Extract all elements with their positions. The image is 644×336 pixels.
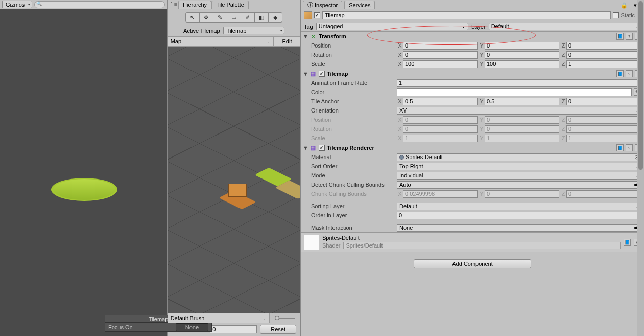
color-field[interactable] [397, 88, 632, 96]
layer-dropdown[interactable]: Default [489, 23, 641, 30]
scrollbar-thumb[interactable] [638, 1, 643, 170]
add-component-button[interactable]: Add Component [414, 259, 531, 268]
help-icon[interactable]: ? [626, 144, 633, 151]
position-y[interactable] [485, 42, 559, 50]
add-component-row: Add Component [301, 252, 644, 276]
fold-icon[interactable]: ▼ [303, 34, 307, 39]
sorting-layer-dropdown[interactable]: Default [397, 203, 641, 210]
inspector-scrollbar[interactable] [637, 0, 644, 336]
active-checkbox[interactable]: ✔ [314, 12, 320, 18]
tpos-x [403, 116, 478, 124]
inspector-scroll[interactable]: ✔ Static ▼ Tag Untagged Layer Default ▼ … [301, 9, 644, 336]
scale-y[interactable] [485, 60, 559, 68]
trot-y [485, 125, 559, 133]
help-icon[interactable]: ? [626, 33, 633, 40]
tilemap-enabled-checkbox[interactable]: ✔ [319, 71, 325, 77]
tab-hierarchy[interactable]: Hierarchy [178, 1, 211, 9]
ccb-x [403, 190, 478, 198]
reference-icon[interactable]: 📘 [624, 239, 631, 246]
reset-button[interactable]: Reset [260, 325, 296, 334]
afr-input[interactable] [397, 79, 641, 87]
reference-icon[interactable]: 📘 [616, 144, 624, 151]
reference-icon[interactable]: 📘 [616, 70, 624, 77]
tag-layer-row: Tag Untagged Layer Default [301, 21, 644, 31]
palette-tile-house[interactable] [221, 190, 254, 210]
dccb-label: Detect Chunk Culling Bounds [311, 182, 395, 188]
zposition-input[interactable] [210, 325, 257, 333]
tab-tile-palette[interactable]: Tile Palette [211, 1, 249, 9]
palette-grid-view[interactable] [168, 47, 300, 313]
reference-icon[interactable]: 📘 [616, 33, 624, 40]
static-checkbox[interactable] [613, 12, 619, 18]
fold-icon[interactable]: ▼ [303, 146, 307, 150]
scale-x[interactable] [403, 60, 478, 68]
inspector-pane: ⓘInspector Services 🔒 ▾≡ ✔ Static ▼ Tag … [301, 0, 644, 336]
tool-eraser[interactable]: ◧ [254, 12, 269, 23]
sort-order-dropdown[interactable]: Top Right [397, 163, 641, 170]
fold-icon[interactable]: ▼ [303, 72, 307, 76]
material-thumbnail[interactable] [304, 235, 319, 250]
palette-tile-sand[interactable] [277, 180, 300, 200]
tool-move[interactable]: ✥ [199, 12, 213, 23]
lock-icon[interactable]: 🔒 [618, 2, 630, 9]
active-tilemap-dropdown[interactable]: Tilemap [223, 27, 284, 34]
tscl-z [566, 135, 641, 142]
tool-brush[interactable]: ✎ [213, 12, 227, 23]
tool-dropper[interactable]: ✐ [241, 12, 255, 23]
mode-dropdown[interactable]: Individual [397, 172, 641, 180]
tab-inspector[interactable]: ⓘInspector [303, 1, 342, 9]
tpos-y [485, 116, 559, 124]
ccb-label: Chunk Culling Bounds [311, 191, 395, 197]
tscl-label: Scale [311, 135, 395, 141]
transform-icon: ⤧ [309, 33, 317, 40]
tpos-label: Position [311, 117, 395, 123]
scene-view[interactable]: Tilemap Focus On None [0, 9, 167, 336]
anchor-z[interactable] [566, 98, 641, 105]
rotation-z[interactable] [566, 51, 641, 59]
focus-on-dropdown[interactable]: None [176, 323, 208, 331]
tab-services[interactable]: Services [344, 1, 375, 9]
anchor-y[interactable] [485, 98, 559, 105]
gizmos-dropdown[interactable]: Gizmos [2, 1, 32, 8]
palette-map-dropdown[interactable]: Map [168, 37, 274, 46]
orient-label: Orientation [311, 107, 395, 114]
order-in-layer-label: Order in Layer [311, 212, 395, 218]
orientation-dropdown[interactable]: XY [397, 107, 641, 115]
scene-tile-grass [51, 178, 117, 211]
palette-selector-row: Map Edit [168, 36, 300, 47]
gameobject-name-input[interactable] [322, 11, 611, 19]
component-tilemap: ▼ ▦ ✔ Tilemap 📘 ? ⚙ Animation Frame Rate… [301, 69, 644, 143]
dccb-dropdown[interactable]: Auto [397, 181, 641, 189]
brush-zoom-slider[interactable] [270, 313, 300, 323]
tool-pointer[interactable]: ↖ [185, 12, 200, 23]
position-z[interactable] [566, 42, 641, 50]
active-tilemap-label: Active Tilemap [183, 28, 220, 34]
mask-dropdown[interactable]: None [397, 224, 641, 232]
shader-dropdown[interactable]: Sprites/Default [343, 242, 621, 249]
sorting-layer-label: Sorting Layer [311, 203, 395, 209]
material-field[interactable]: Sprites-Default [397, 153, 641, 161]
tool-fill[interactable]: ◆ [268, 12, 282, 23]
tilemap-icon: ▦ [309, 70, 317, 77]
component-tilemap-renderer: ▼ ▦ ✔ Tilemap Renderer 📘 ? ⚙ MaterialSpr… [301, 143, 644, 232]
brush-dropdown[interactable]: Default Brush [168, 313, 270, 323]
scene-pane: Gizmos Tilemap Focus On None [0, 0, 168, 336]
palette-edit-button[interactable]: Edit [274, 37, 300, 46]
rotation-label: Rotation [311, 52, 395, 58]
tool-rect[interactable]: ▭ [227, 12, 241, 23]
renderer-enabled-checkbox[interactable]: ✔ [319, 145, 325, 151]
trot-z [566, 125, 641, 133]
palette-tool-row: ↖ ✥ ✎ ▭ ✐ ◧ ◆ [168, 9, 300, 26]
anchor-x[interactable] [403, 98, 478, 105]
help-icon[interactable]: ? [626, 70, 633, 77]
rotation-y[interactable] [485, 51, 559, 59]
order-in-layer-input[interactable] [397, 212, 641, 219]
rotation-x[interactable] [403, 51, 478, 59]
tilemap-renderer-icon: ▦ [309, 144, 317, 151]
tag-dropdown[interactable]: Untagged [316, 23, 468, 30]
position-x[interactable] [403, 42, 478, 50]
gameobject-icon[interactable] [304, 11, 312, 19]
scene-search[interactable] [34, 1, 164, 8]
scale-z[interactable] [566, 60, 641, 68]
sort-order-label: Sort Order [311, 163, 395, 169]
